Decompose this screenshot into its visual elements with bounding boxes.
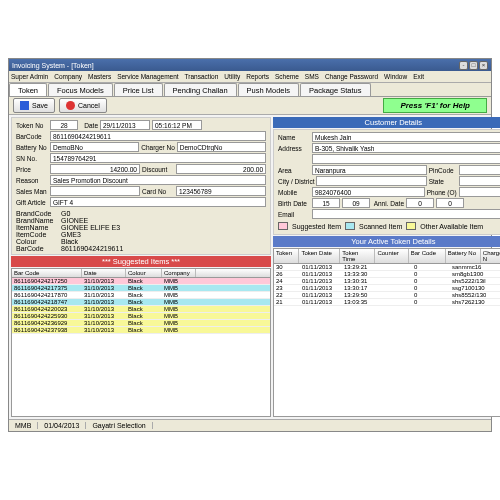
table-row[interactable]: 861169042422002331/10/2013BlackMMB	[12, 306, 270, 313]
barcode-input[interactable]	[50, 131, 266, 141]
address2-input[interactable]	[312, 154, 500, 164]
table-row[interactable]: 861169042422593031/10/2013BlackMMB	[12, 313, 270, 320]
tab[interactable]: Focus Models	[48, 83, 113, 96]
menu-item[interactable]: Reports	[246, 73, 269, 80]
table-row[interactable]: 861169042421725031/10/2013BlackMMB	[12, 278, 270, 285]
save-button[interactable]: Save	[13, 98, 55, 113]
table-row[interactable]: 861169042421874731/10/2013BlackMMB	[12, 299, 270, 306]
menu-item[interactable]: Super Admin	[11, 73, 48, 80]
maximize-icon[interactable]: □	[469, 61, 478, 70]
swatch	[278, 222, 288, 230]
table-row[interactable]: 2101/11/201313:03:350shs7262130	[274, 299, 500, 306]
menu-item[interactable]: Utility	[224, 73, 240, 80]
minimize-icon[interactable]: -	[459, 61, 468, 70]
sn-input[interactable]	[50, 153, 266, 163]
bd-input[interactable]	[312, 198, 340, 208]
table-row[interactable]: 861169042423793831/10/2013BlackMMB	[12, 327, 270, 334]
statusbar: MMB01/04/2013Gayatri Selection	[9, 419, 491, 431]
menu-item[interactable]: Service Management	[117, 73, 178, 80]
time-input[interactable]	[152, 120, 202, 130]
salesman-input[interactable]	[50, 186, 140, 196]
menu-item[interactable]: Change Password	[325, 73, 378, 80]
legend: Suggested ItemScanned ItemOther Availabl…	[276, 220, 500, 232]
close-icon[interactable]: ×	[479, 61, 488, 70]
email-input[interactable]	[312, 209, 500, 219]
gift-input[interactable]	[50, 197, 266, 207]
customer-form: Name Address AreaPinCode City / District…	[273, 129, 500, 235]
token-no-input[interactable]	[50, 120, 78, 130]
discount-input[interactable]	[176, 164, 266, 174]
ad-input[interactable]	[406, 198, 434, 208]
table-row[interactable]: 2301/11/201313:30:170ssg7100130	[274, 285, 500, 292]
tab[interactable]: Price List	[114, 83, 163, 96]
menu-item[interactable]: SMS	[305, 73, 319, 80]
menu-item[interactable]: Window	[384, 73, 407, 80]
pincode-input[interactable]	[459, 165, 500, 175]
am-input[interactable]	[436, 198, 464, 208]
active-token-header: Your Active Token Details	[273, 236, 500, 247]
customer-header: Customer Details	[273, 117, 500, 128]
suggested-grid[interactable]: Bar CodeDateColourCompany 86116904242172…	[11, 268, 271, 417]
charger-input[interactable]	[177, 142, 266, 152]
mobile-input[interactable]	[312, 187, 425, 197]
area-input[interactable]	[312, 165, 427, 175]
reason-input[interactable]	[50, 175, 266, 185]
cardno-input[interactable]	[176, 186, 266, 196]
battery-input[interactable]	[50, 142, 139, 152]
swatch	[345, 222, 355, 230]
table-row[interactable]: 2201/11/201313:29:500shs8552/130	[274, 292, 500, 299]
table-row[interactable]: 2401/11/201313:30:310shs5222/13il	[274, 278, 500, 285]
cancel-icon	[66, 101, 75, 110]
menu-item[interactable]: Exit	[413, 73, 424, 80]
table-row[interactable]: 861169042423692931/10/2013BlackMMB	[12, 320, 270, 327]
toolbar: Save Cancel Press 'F1' for Help	[9, 97, 491, 115]
save-icon	[20, 101, 29, 110]
menu-item[interactable]: Masters	[88, 73, 111, 80]
titlebar: Invoicing System - [Token] - □ ×	[9, 59, 491, 71]
menubar: Super AdminCompanyMastersService Managem…	[9, 71, 491, 83]
app-title: Invoicing System - [Token]	[12, 62, 94, 69]
tab[interactable]: Push Models	[238, 83, 299, 96]
active-token-grid[interactable]: TokenToken DateToken TimeCounterBar Code…	[273, 248, 500, 417]
suggested-header: *** Suggested Items ***	[11, 256, 271, 267]
bm-input[interactable]	[342, 198, 370, 208]
table-row[interactable]: 3001/11/201313:29:210sanmmc16	[274, 264, 500, 271]
price-input[interactable]	[50, 164, 140, 174]
table-row[interactable]: 2601/11/201313:33:300sm8gb1300	[274, 271, 500, 278]
address-input[interactable]	[312, 143, 500, 153]
help-hint: Press 'F1' for Help	[383, 98, 487, 113]
tab[interactable]: Pending Challan	[164, 83, 237, 96]
table-row[interactable]: 861169042421787031/10/2013BlackMMB	[12, 292, 270, 299]
menu-item[interactable]: Company	[54, 73, 82, 80]
tabbar: TokenFocus ModelsPrice ListPending Chall…	[9, 83, 491, 97]
menu-item[interactable]: Transaction	[185, 73, 219, 80]
token-form: Token NoDate BarCode Battery NoCharger N…	[11, 117, 271, 255]
tab[interactable]: Token	[9, 83, 47, 96]
menu-item[interactable]: Scheme	[275, 73, 299, 80]
tab[interactable]: Package Status	[300, 83, 371, 96]
cancel-button[interactable]: Cancel	[59, 98, 107, 113]
name-input[interactable]	[312, 132, 500, 142]
table-row[interactable]: 861169042421737531/10/2013BlackMMB	[12, 285, 270, 292]
date-input[interactable]	[100, 120, 150, 130]
state-input[interactable]	[459, 176, 500, 186]
phone-input[interactable]	[459, 187, 500, 197]
swatch	[406, 222, 416, 230]
city-input[interactable]	[316, 176, 426, 186]
